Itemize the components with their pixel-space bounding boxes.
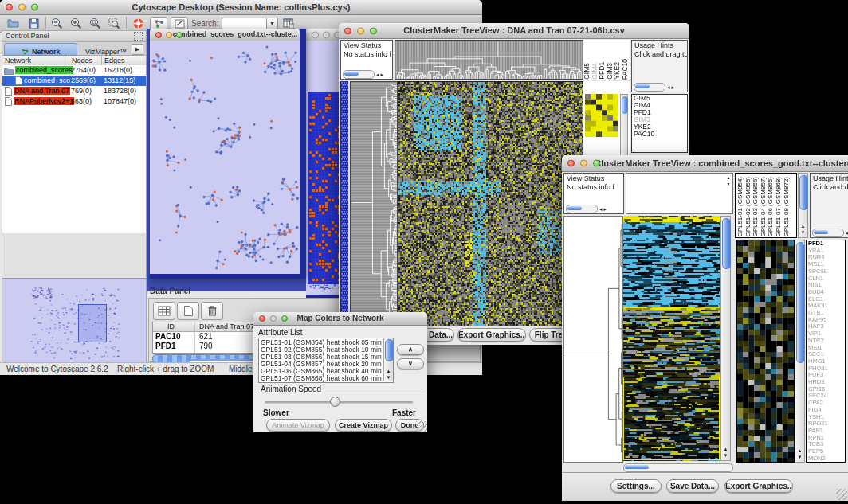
zoom-selected-button[interactable] [106, 17, 122, 29]
network-canvas[interactable] [150, 41, 300, 274]
resize-grip[interactable] [416, 421, 427, 432]
network-row[interactable]: combined_scores 2764(0) 16218(0) [2, 65, 146, 76]
column-label[interactable]: GPL51-07 (GSM868) [775, 177, 783, 237]
scroll-down-icon[interactable]: ▼ [799, 230, 807, 236]
network-overview[interactable] [2, 278, 146, 368]
network-view-title-bar[interactable]: combined_scores_good.txt--cluste... [150, 29, 300, 41]
tab-vizmapper[interactable]: VizMapper™ [77, 43, 135, 54]
zoom-out-button[interactable] [49, 17, 65, 29]
close-icon[interactable] [312, 31, 319, 38]
usage-hints-scrollbar[interactable]: ◂ ▸ [634, 83, 674, 91]
attribute-listbox[interactable]: GPL51-01 (GSM854) heat shock 05 minGPL51… [258, 338, 394, 383]
column-dendrogram-area[interactable]: ▴ ▾ [626, 173, 733, 214]
new-attribute-button[interactable] [177, 302, 199, 320]
float-panel-icon[interactable] [134, 32, 143, 41]
scroll-up-icon[interactable]: ▲ [384, 369, 393, 374]
close-icon[interactable] [259, 315, 265, 322]
column-label[interactable]: GPL51-02 (GSM855) [744, 177, 752, 237]
heatmap-canvas[interactable] [623, 216, 720, 461]
help-button[interactable] [130, 17, 146, 29]
zoom-window-icon[interactable] [31, 4, 38, 11]
scroll-right-icon[interactable]: ▸ [603, 205, 607, 213]
column-label[interactable]: GPL51-06 (GSM865) [767, 177, 775, 237]
scroll-left-icon[interactable]: ◂ [844, 229, 848, 236]
speed-slider-thumb[interactable] [330, 397, 340, 407]
zoom-fit-button[interactable] [87, 17, 103, 29]
attribute-select-button[interactable] [153, 302, 175, 320]
zoom-window-icon[interactable] [593, 160, 600, 167]
column-label[interactable]: PAC10 [622, 59, 630, 80]
close-icon[interactable] [155, 32, 162, 38]
animate-vizmap-button[interactable]: Animate Vizmap [266, 419, 330, 432]
dialog-title-bar[interactable]: Map Colors to Network [253, 312, 427, 326]
move-down-button[interactable]: ∨ [397, 358, 424, 369]
save-data-button[interactable]: Save Data... [666, 479, 719, 493]
attribute-item[interactable]: GPL51-07 (GSM868) heat shock 60 min [259, 375, 382, 382]
view-status-scrollbar[interactable]: ◂ ▸ [566, 205, 607, 213]
column-header-nodes[interactable]: Nodes [69, 56, 102, 65]
zoom-in-button[interactable] [68, 17, 84, 29]
tab-network[interactable]: Network [4, 43, 77, 56]
gene-list-vscrollbar[interactable]: ▲ ▼ [795, 240, 805, 463]
settings-button[interactable]: Settings... [610, 479, 662, 493]
minimize-icon[interactable] [166, 32, 172, 38]
scroll-up-icon[interactable]: ▲ [795, 448, 804, 454]
move-up-button[interactable]: ∧ [397, 344, 424, 355]
scroll-down-icon[interactable]: ▼ [795, 455, 804, 460]
attribute-vscrollbar[interactable]: ▲ ▼ [383, 338, 393, 381]
minimize-icon[interactable] [18, 4, 26, 11]
save-button[interactable] [26, 17, 41, 29]
export-graphics-button[interactable]: Export Graphics... [724, 479, 793, 493]
scroll-up-icon[interactable]: ▴ [725, 175, 732, 181]
minimize-icon[interactable] [270, 315, 277, 322]
zoom-vscrollbar[interactable] [620, 94, 628, 162]
zoom-heatmap[interactable] [585, 94, 618, 137]
zoom-window-icon[interactable] [281, 315, 288, 322]
column-dendrogram[interactable] [395, 40, 583, 80]
heatmap-hscrollbar[interactable] [623, 463, 733, 472]
column-label[interactable]: GPL51-08 (GSM872) [783, 177, 791, 237]
treeview-dna-title-bar[interactable]: ClusterMaker TreeView : DNA and Tran 07-… [339, 23, 689, 39]
row-dendrogram[interactable] [350, 81, 398, 326]
export-graphics-button[interactable]: Export Graphics... [457, 328, 526, 342]
scroll-right-icon[interactable]: ▸ [670, 84, 675, 91]
minimize-icon[interactable] [323, 31, 330, 38]
column-label[interactable]: GPL51-01 (GSM854) [736, 177, 744, 237]
global-overview-strip[interactable] [340, 81, 348, 325]
column-header-network[interactable]: Network [2, 56, 69, 65]
treeview-combined-title-bar[interactable]: ClusterMaker TreeView : combined_scores_… [562, 155, 848, 172]
usage-hints-scrollbar[interactable]: ◂ [812, 229, 848, 236]
window-controls[interactable] [6, 4, 38, 11]
row-dendrogram[interactable] [563, 216, 623, 463]
delete-attribute-button[interactable] [201, 302, 223, 320]
tab-overflow-button[interactable]: ▶ [132, 44, 143, 55]
datapanel-col-id[interactable]: ID [167, 322, 175, 330]
table-export-button[interactable] [281, 17, 296, 29]
scroll-up-icon[interactable]: ▲ [799, 224, 807, 229]
network-row[interactable]: RNAPuberNov2+1 563(0) 107847(0) [2, 96, 146, 107]
heatmap-vscrollbar[interactable]: ▲ ▼ [720, 216, 731, 461]
close-icon[interactable] [344, 27, 351, 34]
heatmap-canvas[interactable] [398, 81, 583, 326]
column-labels-vscrollbar[interactable]: ▲ ▼ [798, 173, 808, 238]
column-label[interactable]: GPL51-03 (GSM856) [752, 177, 760, 237]
zoom-heatmap[interactable] [736, 240, 795, 463]
close-icon[interactable] [6, 4, 13, 11]
close-icon[interactable] [567, 160, 575, 167]
gene-label[interactable]: MON2 [807, 455, 845, 463]
minimize-icon[interactable] [357, 27, 364, 34]
main-title-bar[interactable]: Cytoscape Desktop (Session Name: collins… [0, 0, 482, 15]
open-file-button[interactable] [5, 17, 21, 29]
column-header-edges[interactable]: Edges [102, 56, 146, 65]
zoom-window-icon[interactable] [176, 32, 183, 38]
view-status-scrollbar[interactable]: ◂ ▸ [343, 70, 383, 78]
scroll-down-icon[interactable]: ▾ [725, 182, 732, 187]
create-vizmap-button[interactable]: Create Vizmap [335, 419, 392, 432]
scroll-up-icon[interactable]: ▲ [721, 447, 730, 452]
zoom-window-icon[interactable] [370, 27, 377, 34]
column-label[interactable]: GPL51-04 (GSM857) [760, 177, 768, 237]
network-row[interactable]: DNA and Tran 07 769(0) 183728(0) [2, 86, 146, 96]
network-row-selected[interactable]: combined_sco 2569(6) 13112(15) [2, 76, 146, 86]
scroll-down-icon[interactable]: ▼ [721, 453, 730, 459]
minimize-icon[interactable] [580, 160, 587, 167]
